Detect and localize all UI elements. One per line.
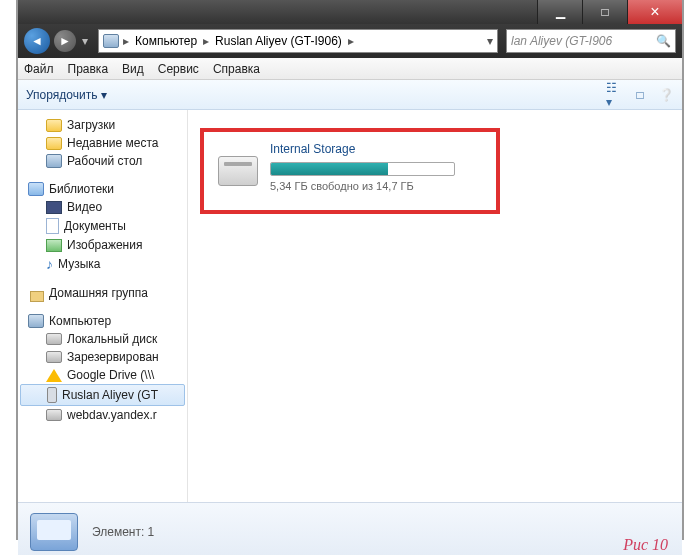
window-titlebar: ▁ □ × [18, 0, 682, 24]
back-button[interactable]: ◄ [24, 28, 50, 54]
tree-desktop[interactable]: Рабочий стол [18, 152, 187, 170]
explorer-window: ▁ □ × ◄ ► ▾ ▸ Компьютер ▸ Ruslan Aliyev … [16, 0, 684, 540]
storage-progress-fill [271, 163, 388, 175]
explorer-body: Загрузки Недавние места Рабочий стол Биб… [18, 110, 682, 502]
tree-video[interactable]: Видео [18, 198, 187, 216]
tree-computer[interactable]: Компьютер [18, 312, 187, 330]
computer-icon [28, 314, 44, 328]
storage-subtitle: 5,34 ГБ свободно из 14,7 ГБ [270, 180, 482, 192]
tree-webdav[interactable]: webdav.yandex.r [18, 406, 187, 424]
close-button[interactable]: × [627, 0, 682, 24]
tree-gdrive[interactable]: Google Drive (\\\ [18, 366, 187, 384]
menu-service[interactable]: Сервис [158, 62, 199, 76]
tree-pictures[interactable]: Изображения [18, 236, 187, 254]
menu-view[interactable]: Вид [122, 62, 144, 76]
search-input[interactable]: lan Aliyev (GT-I906 🔍 [506, 29, 676, 53]
folder-icon [46, 119, 62, 132]
maximize-button[interactable]: □ [582, 0, 627, 24]
breadcrumb-device[interactable]: Ruslan Aliyev (GT-I906) [213, 34, 344, 48]
menu-bar: Файл Правка Вид Сервис Справка [18, 58, 682, 80]
tree-documents[interactable]: Документы [18, 216, 187, 236]
chevron-down-icon: ▾ [101, 88, 107, 102]
menu-edit[interactable]: Правка [68, 62, 109, 76]
address-bar[interactable]: ▸ Компьютер ▸ Ruslan Aliyev (GT-I906) ▸ … [98, 29, 498, 53]
drive-icon [46, 351, 62, 363]
preview-pane-button[interactable]: □ [632, 87, 648, 103]
highlight-frame: Internal Storage 5,34 ГБ свободно из 14,… [200, 128, 500, 214]
tree-libraries[interactable]: Библиотеки [18, 180, 187, 198]
tree-downloads[interactable]: Загрузки [18, 116, 187, 134]
details-text: Элемент: 1 [92, 525, 154, 539]
tree-localdisk[interactable]: Локальный диск [18, 330, 187, 348]
computer-icon [103, 34, 119, 48]
homegroup-icon [28, 286, 44, 300]
search-placeholder: lan Aliyev (GT-I906 [511, 34, 612, 48]
breadcrumb-computer[interactable]: Компьютер [133, 34, 199, 48]
forward-button[interactable]: ► [54, 30, 76, 52]
drive-icon [46, 333, 62, 345]
video-icon [46, 201, 62, 214]
gdrive-icon [46, 369, 62, 382]
breadcrumb-sep: ▸ [123, 34, 129, 48]
folder-icon [46, 137, 62, 150]
document-icon [46, 218, 59, 234]
figure-caption: Рис 10 [623, 536, 668, 554]
search-icon[interactable]: 🔍 [656, 34, 671, 48]
details-pane: Элемент: 1 Рис 10 [18, 502, 682, 555]
tree-homegroup[interactable]: Домашняя группа [18, 284, 187, 302]
storage-progress [270, 162, 455, 176]
storage-drive-icon [218, 156, 258, 186]
drive-icon [46, 409, 62, 421]
breadcrumb-sep: ▸ [348, 34, 354, 48]
breadcrumb-sep: ▸ [203, 34, 209, 48]
music-icon: ♪ [46, 256, 53, 272]
phone-icon [47, 387, 57, 403]
libraries-icon [28, 182, 44, 196]
navigation-tree[interactable]: Загрузки Недавние места Рабочий стол Биб… [18, 110, 188, 502]
storage-info: Internal Storage 5,34 ГБ свободно из 14,… [270, 142, 482, 192]
address-dropdown-icon[interactable]: ▾ [487, 34, 493, 48]
history-dropdown-icon[interactable]: ▾ [82, 34, 88, 48]
desktop-icon [46, 154, 62, 168]
menu-file[interactable]: Файл [24, 62, 54, 76]
minimize-button[interactable]: ▁ [537, 0, 582, 24]
details-device-icon [30, 513, 78, 551]
tree-phone-selected[interactable]: Ruslan Aliyev (GT [20, 384, 185, 406]
menu-help[interactable]: Справка [213, 62, 260, 76]
storage-title: Internal Storage [270, 142, 482, 156]
view-options-button[interactable]: ☷ ▾ [606, 87, 622, 103]
help-button[interactable]: ❔ [658, 87, 674, 103]
nav-bar: ◄ ► ▾ ▸ Компьютер ▸ Ruslan Aliyev (GT-I9… [18, 24, 682, 58]
tree-reserved[interactable]: Зарезервирован [18, 348, 187, 366]
organize-button[interactable]: Упорядочить ▾ [26, 88, 107, 102]
content-pane[interactable]: Internal Storage 5,34 ГБ свободно из 14,… [188, 110, 682, 502]
pictures-icon [46, 239, 62, 252]
tree-music[interactable]: ♪Музыка [18, 254, 187, 274]
toolbar: Упорядочить ▾ ☷ ▾ □ ❔ [18, 80, 682, 110]
internal-storage-item[interactable]: Internal Storage 5,34 ГБ свободно из 14,… [218, 142, 482, 192]
tree-recent[interactable]: Недавние места [18, 134, 187, 152]
